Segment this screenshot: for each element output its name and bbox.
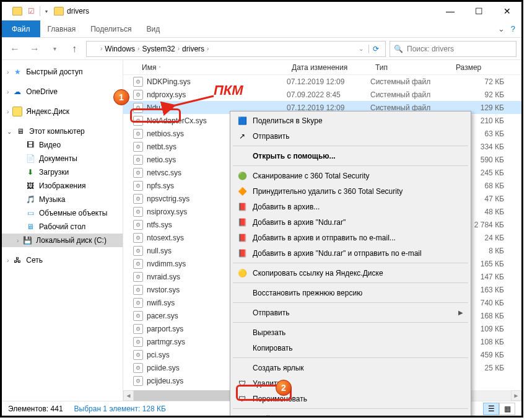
context-menu-item[interactable]: Копировать (232, 340, 469, 356)
context-menu-item[interactable]: Вырезать (232, 325, 469, 340)
context-menu-item[interactable]: 🛡Переименовать (232, 391, 469, 406)
context-menu-item[interactable]: Создать ярлык (232, 360, 469, 375)
scroll-left-icon[interactable]: ◄ (123, 390, 134, 401)
file-name: pci.sys (147, 351, 170, 359)
ctx-item-icon: 🟦 (237, 115, 248, 126)
annotation-arrow (170, 92, 220, 119)
file-name: pacer.sys (147, 312, 178, 320)
context-menu-item[interactable]: Восстановить прежнюю версию (232, 285, 469, 300)
help-icon[interactable]: ? (511, 24, 515, 33)
refresh-icon[interactable]: ⟳ (368, 45, 383, 53)
sys-file-icon (133, 168, 143, 178)
quick-access-toolbar: ☑ ▾ (6, 6, 51, 16)
file-name: NDKPing.sys (147, 77, 191, 86)
file-row[interactable]: NDKPing.sys07.12.2019 12:09Системный фай… (123, 75, 521, 88)
ctx-item-label: Сканирование с 360 Total Security (253, 172, 370, 180)
share-tab[interactable]: Поделиться (83, 20, 139, 37)
address-bar[interactable]: › Windows › System32 › drivers › ⌄ ⟳ (86, 41, 386, 57)
context-menu-item[interactable]: Свойства (232, 411, 469, 418)
search-box[interactable]: 🔍 Поиск: drivers (390, 41, 516, 57)
file-name: npfs.sys (147, 182, 174, 190)
context-menu-item[interactable]: 📕Добавить в архив "Ndu.rar" и отправить … (232, 245, 469, 261)
sys-file-icon (133, 363, 143, 373)
file-tab[interactable]: Файл (2, 20, 40, 37)
window-folder-icon (54, 7, 64, 15)
annotation-badge-2: 2 (276, 380, 292, 396)
breadcrumb-segment[interactable]: System32 (142, 45, 175, 53)
nav-videos[interactable]: Видео (2, 138, 123, 152)
address-history-dropdown[interactable]: ⌄ (355, 45, 367, 52)
file-name: pciide.sys (147, 364, 180, 372)
nav-recent-dropdown[interactable]: ▾ (46, 41, 63, 57)
network-icon (12, 255, 22, 265)
qat-check-icon[interactable]: ☑ (28, 7, 35, 15)
context-menu-item[interactable]: 📕Добавить в архив... (232, 199, 469, 214)
nav-documents[interactable]: Документы (2, 152, 123, 165)
sys-file-icon (133, 129, 143, 139)
file-name: nwifi.sys (147, 299, 175, 307)
context-menu-item[interactable]: 📕Добавить в архив "Ndu.rar" (232, 214, 469, 230)
annotation-badge-1: 1 (113, 89, 129, 105)
ribbon-tabs: Файл Главная Поделиться Вид ⌄ ? (2, 20, 521, 38)
nav-up-button[interactable]: ↑ (66, 41, 82, 57)
ctx-item-label: Принудительно удалить с 360 Total Securi… (253, 187, 403, 196)
nav-desktop[interactable]: Рабочий стол (2, 220, 123, 234)
file-name: parport.sys (147, 325, 183, 333)
sys-file-icon (133, 233, 143, 243)
file-name: null.sys (147, 247, 172, 255)
maximize-button[interactable]: ☐ (464, 2, 493, 20)
sys-file-icon (133, 324, 143, 334)
nav-back-button[interactable]: ← (7, 41, 23, 57)
ribbon-expand-icon[interactable]: ⌄ (498, 24, 505, 33)
file-name: partmgr.sys (147, 338, 185, 346)
nav-network[interactable]: ›Сеть (2, 253, 123, 267)
ctx-item-label: Добавить в архив "Ndu.rar" и отправить п… (253, 249, 422, 258)
sys-file-icon (133, 259, 143, 269)
context-menu-item[interactable]: 🟦Поделиться в Skype (232, 113, 469, 128)
svg-line-0 (173, 96, 214, 106)
context-menu-item[interactable]: 🟡Скопировать ссылку на Яндекс.Диске (232, 265, 469, 281)
nav-3d-objects[interactable]: Объемные объекты (2, 206, 123, 220)
nav-downloads[interactable]: Загрузки (2, 165, 123, 179)
nav-local-disk-c[interactable]: ›Локальный диск (C:) (2, 234, 123, 247)
context-menu-item[interactable]: 🛡Удалить (232, 375, 469, 391)
close-button[interactable]: ✕ (493, 2, 521, 20)
column-headers[interactable]: Имя ˄ Дата изменения Тип Размер (123, 60, 521, 75)
nav-yandex-disk[interactable]: ›Яндекс.Диск (2, 105, 123, 118)
minimize-button[interactable]: — (436, 2, 464, 20)
view-large-icons-button[interactable]: ▦ (499, 403, 515, 415)
ctx-item-icon: 📕 (237, 201, 248, 212)
sys-file-icon (133, 272, 143, 282)
file-name: netbios.sys (147, 129, 184, 138)
nav-this-pc[interactable]: ⌄Этот компьютер (2, 125, 123, 138)
view-details-button[interactable]: ☰ (483, 403, 499, 415)
status-selection: Выбран 1 элемент: 128 КБ (74, 405, 166, 413)
qat-dropdown-icon[interactable]: ▾ (45, 9, 48, 14)
context-menu-item[interactable]: 🟢Сканирование с 360 Total Security (232, 168, 469, 183)
sys-file-icon (133, 298, 143, 308)
context-menu-item[interactable]: 📕Добавить в архив и отправить по e-mail.… (232, 230, 469, 245)
file-name: netio.sys (147, 155, 176, 164)
ctx-item-icon: 📕 (237, 217, 248, 228)
navigation-pane: ›Быстрый доступ ›OneDrive ›Яндекс.Диск ⌄… (2, 60, 123, 401)
context-menu-item[interactable]: 🔶Принудительно удалить с 360 Total Secur… (232, 183, 469, 199)
context-menu-item[interactable]: Отправить▶ (232, 305, 469, 320)
file-name: Ndu.sys (147, 103, 173, 112)
nav-onedrive[interactable]: ›OneDrive (2, 85, 123, 98)
nav-images[interactable]: Изображения (2, 179, 123, 193)
3d-icon (25, 208, 35, 218)
scroll-right-icon[interactable]: ► (511, 390, 521, 401)
breadcrumb-segment[interactable]: drivers (182, 45, 204, 53)
titlebar: ☑ ▾ drivers — ☐ ✕ (2, 2, 521, 20)
sys-file-icon (133, 285, 143, 295)
view-tab[interactable]: Вид (139, 20, 167, 37)
context-menu-item[interactable]: Открыть с помощью... (232, 148, 469, 164)
nav-quick-access[interactable]: ›Быстрый доступ (2, 65, 123, 79)
home-tab[interactable]: Главная (40, 20, 84, 37)
file-name: netvsc.sys (147, 168, 181, 177)
sys-file-icon (133, 311, 143, 321)
breadcrumb-segment[interactable]: Windows (105, 45, 135, 53)
context-menu-item[interactable]: ↗Отправить (232, 128, 469, 144)
nav-music[interactable]: Музыка (2, 193, 123, 206)
ctx-item-label: Открыть с помощью... (253, 152, 336, 160)
